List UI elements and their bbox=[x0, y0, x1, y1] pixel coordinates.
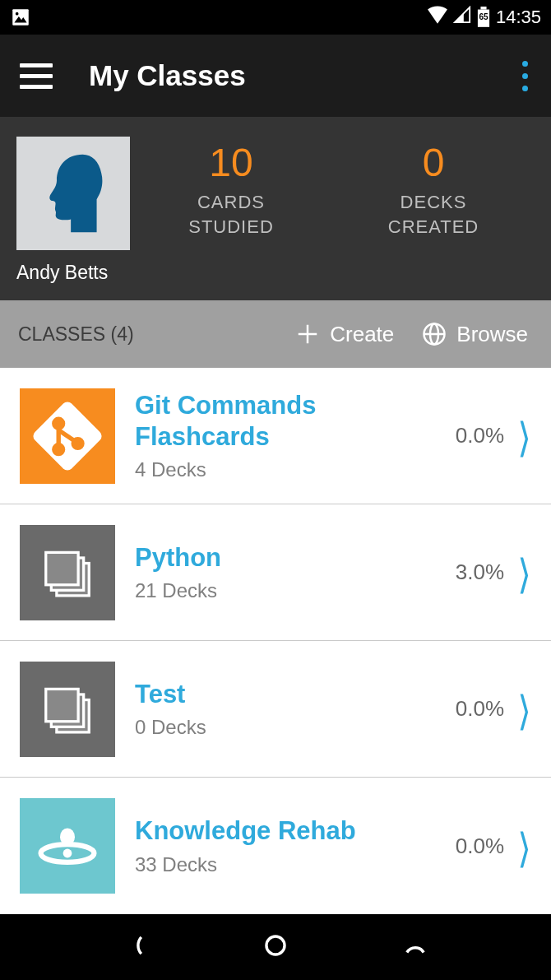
class-percent: 0.0% bbox=[456, 696, 504, 722]
picture-icon bbox=[10, 7, 31, 28]
status-time: 14:35 bbox=[496, 7, 541, 28]
class-percent: 3.0% bbox=[456, 560, 504, 585]
nav-back-icon[interactable] bbox=[122, 931, 150, 963]
battery-level: 65 bbox=[476, 12, 491, 21]
class-subtitle: 0 Decks bbox=[135, 716, 456, 739]
class-item-git[interactable]: Git Commands Flashcards 4 Decks 0.0% ❭ bbox=[0, 368, 551, 504]
class-item-test[interactable]: Test 0 Decks 0.0% ❭ bbox=[0, 641, 551, 778]
profile-section: 10 CARDS STUDIED 0 DECKS CREATED Andy Be… bbox=[0, 117, 551, 300]
class-percent: 0.0% bbox=[456, 834, 504, 859]
class-icon-deck bbox=[20, 662, 115, 757]
create-label: Create bbox=[330, 322, 394, 347]
class-subtitle: 33 Decks bbox=[135, 853, 456, 876]
svg-point-15 bbox=[73, 439, 82, 448]
plus-icon bbox=[295, 322, 320, 346]
class-item-knowledge-rehab[interactable]: Knowledge Rehab 33 Decks 0.0% ❭ bbox=[0, 778, 551, 914]
class-title: Python bbox=[135, 542, 456, 573]
stat-value: 0 bbox=[332, 140, 535, 185]
nav-recent-icon[interactable] bbox=[401, 931, 429, 963]
class-icon-deck bbox=[20, 525, 115, 620]
profile-name: Andy Betts bbox=[16, 262, 535, 284]
svg-point-23 bbox=[60, 828, 75, 846]
avatar[interactable] bbox=[16, 137, 130, 250]
page-title: My Classes bbox=[89, 59, 246, 92]
svg-point-25 bbox=[266, 936, 285, 954]
svg-rect-0 bbox=[12, 9, 29, 26]
class-title: Test bbox=[135, 679, 456, 709]
class-item-python[interactable]: Python 21 Decks 3.0% ❭ bbox=[0, 504, 551, 641]
classes-toolbar: CLASSES (4) Create Browse bbox=[0, 300, 551, 368]
chevron-right-icon: ❭ bbox=[516, 415, 532, 457]
classes-count-label: CLASSES (4) bbox=[18, 323, 134, 346]
svg-rect-18 bbox=[46, 552, 78, 584]
nav-home-icon[interactable] bbox=[262, 931, 289, 963]
wifi-icon bbox=[427, 6, 448, 29]
class-icon-git bbox=[20, 388, 115, 484]
svg-rect-21 bbox=[46, 689, 78, 721]
globe-icon bbox=[422, 322, 447, 346]
stat-decks-created: 0 DECKS CREATED bbox=[332, 137, 535, 239]
stat-cards-studied: 10 CARDS STUDIED bbox=[130, 137, 332, 239]
chevron-right-icon: ❭ bbox=[516, 688, 532, 730]
android-nav-bar bbox=[0, 914, 551, 980]
svg-point-2 bbox=[16, 12, 19, 16]
svg-point-24 bbox=[63, 849, 72, 858]
stat-value: 10 bbox=[130, 140, 332, 185]
app-bar: My Classes bbox=[0, 35, 551, 117]
svg-rect-4 bbox=[480, 7, 486, 10]
class-list: Git Commands Flashcards 4 Decks 0.0% ❭ P… bbox=[0, 368, 551, 914]
battery-icon: 65 bbox=[476, 7, 491, 28]
chevron-right-icon: ❭ bbox=[516, 551, 532, 593]
class-icon-orbit bbox=[20, 798, 115, 894]
more-options-icon[interactable] bbox=[522, 61, 533, 91]
class-title: Git Commands Flashcards bbox=[135, 390, 456, 451]
class-percent: 0.0% bbox=[456, 423, 504, 448]
browse-label: Browse bbox=[456, 322, 528, 347]
signal-icon bbox=[453, 6, 471, 29]
status-bar: 65 14:35 bbox=[0, 0, 551, 35]
svg-point-14 bbox=[54, 444, 63, 453]
browse-button[interactable]: Browse bbox=[422, 322, 528, 347]
chevron-right-icon: ❭ bbox=[516, 825, 532, 867]
class-subtitle: 4 Decks bbox=[135, 458, 456, 481]
create-button[interactable]: Create bbox=[295, 322, 394, 347]
class-subtitle: 21 Decks bbox=[135, 579, 456, 602]
svg-point-13 bbox=[54, 419, 63, 428]
menu-icon[interactable] bbox=[20, 63, 53, 89]
class-title: Knowledge Rehab bbox=[135, 815, 456, 846]
